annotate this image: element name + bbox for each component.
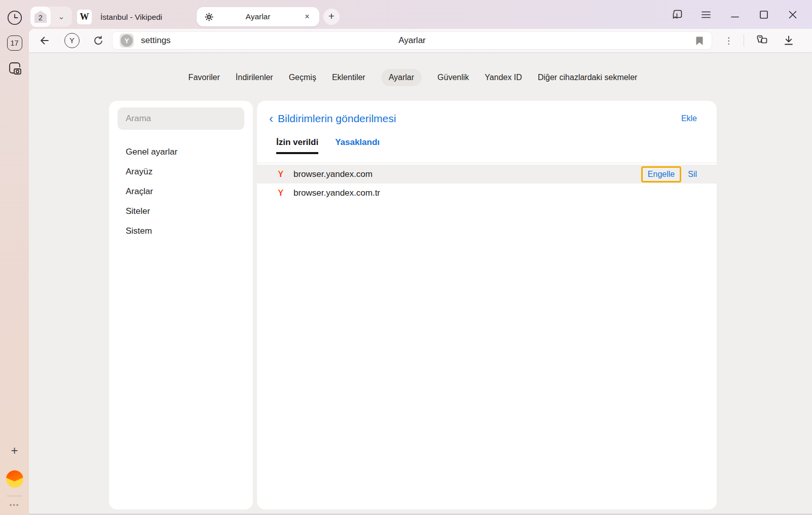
back-icon[interactable] [39,34,51,47]
screenshot-icon[interactable] [6,60,23,78]
site-row-browser-yandex-com[interactable]: Y browser.yandex.com Engelle Sil [257,165,717,183]
downloads-icon[interactable] [783,34,795,47]
settings-menu: Genel ayarlar Arayüz Araçlar Siteler Sis… [118,142,244,241]
cards-row: Genel ayarlar Arayüz Araçlar Siteler Sis… [109,101,717,509]
permission-tabs: İzin verildi Yasaklandı [276,137,717,154]
more-apps-icon[interactable]: ••• [10,501,20,509]
tab-counter-badge[interactable]: 17 [7,35,22,51]
site-list: Y browser.yandex.com Engelle Sil Y brows… [257,163,717,202]
search-input[interactable] [118,107,244,130]
tab-yasaklandi[interactable]: Yasaklandı [335,137,380,154]
maximize-icon[interactable] [758,9,770,21]
add-link[interactable]: Ekle [681,114,697,123]
tab-group-chip[interactable]: 2 ⌄ [30,7,72,27]
yandex-favicon: Y [278,169,287,179]
settings-nav: Favoriler İndirilenler Geçmiş Eklentiler… [109,68,717,87]
delete-button[interactable]: Sil [688,170,697,179]
menu-icon[interactable] [700,9,712,21]
yandex-favicon: Y [278,188,287,198]
add-panel-icon[interactable]: + [11,445,18,457]
refresh-icon[interactable] [92,34,104,47]
new-tab-button[interactable]: + [323,9,340,25]
tab-izin-verildi[interactable]: İzin verildi [276,137,318,154]
close-window-icon[interactable] [787,9,799,21]
menu-item-genel-ayarlar[interactable]: Genel ayarlar [118,142,244,162]
nav-tab-guvenlik[interactable]: Güvenlik [437,69,469,86]
back-chevron-icon[interactable]: ‹ [269,113,273,125]
panel-title[interactable]: Bildirimlerin gönderilmesi [278,113,681,125]
minimize-icon[interactable] [729,9,741,21]
notifications-panel: ‹ Bildirimlerin gönderilmesi Ekle İzin v… [257,101,717,509]
menu-item-arayuz[interactable]: Arayüz [118,162,244,181]
chevron-down-icon[interactable]: ⌄ [51,13,72,21]
bookmark-icon[interactable] [694,35,705,47]
menu-item-siteler[interactable]: Siteler [118,201,244,221]
tab-settings[interactable]: Ayarlar × [197,7,319,26]
history-clock-icon[interactable] [7,10,23,26]
block-button[interactable]: Engelle [641,166,681,182]
nav-tab-diger-cihazlar[interactable]: Diğer cihazlardaki sekmeler [538,69,638,86]
tab-group-count-box[interactable]: 2 [30,7,51,27]
nav-tab-favoriler[interactable]: Favoriler [189,69,220,86]
yandex-mail-icon[interactable] [6,470,23,488]
nav-tab-eklentiler[interactable]: Eklentiler [332,69,365,86]
menu-item-sistem[interactable]: Sistem [118,221,244,241]
panel-header: ‹ Bildirimlerin gönderilmesi Ekle [257,101,717,125]
menu-item-araclar[interactable]: Araçlar [118,181,244,201]
tab-group-count: 2 [34,11,47,23]
nav-tab-yandex-id[interactable]: Yandex ID [485,69,522,86]
wikipedia-favicon[interactable]: W [77,10,92,24]
nav-tab-ayarlar[interactable]: Ayarlar [381,69,422,86]
rail-divider [7,496,22,496]
site-domain: browser.yandex.com [293,169,641,179]
address-bar[interactable]: Y settings Ayarlar [112,31,712,50]
window-controls [671,0,812,29]
settings-page: Favoriler İndirilenler Geçmiş Eklentiler… [29,53,812,515]
nav-tab-gecmis[interactable]: Geçmiş [289,69,316,86]
yandex-home-icon[interactable]: Y [64,33,80,48]
toolbar-divider [744,34,744,47]
tab-settings-title: Ayarlar [197,12,319,21]
titlebar: 2 ⌄ W İstanbul - Vikipedi A [0,0,812,29]
site-row-browser-yandex-com-tr[interactable]: Y browser.yandex.com.tr [257,183,717,202]
nav-tab-indirilenler[interactable]: İndirilenler [236,69,273,86]
more-options-icon[interactable]: ⋮ [724,35,733,46]
page-title: Ayarlar [113,35,712,46]
site-domain: browser.yandex.com.tr [293,188,697,198]
left-rail: 17 + ••• [0,29,29,515]
tab-istanbul-vikipedi[interactable]: İstanbul - Vikipedi [100,13,162,22]
close-tab-icon[interactable]: × [302,11,313,22]
settings-menu-card: Genel ayarlar Arayüz Araçlar Siteler Sis… [109,101,253,509]
passwords-icon[interactable] [755,34,768,47]
side-panel-bookmark-icon[interactable] [671,9,683,21]
browser-toolbar: Y Y settings Ayarlar ⋮ [29,29,812,53]
